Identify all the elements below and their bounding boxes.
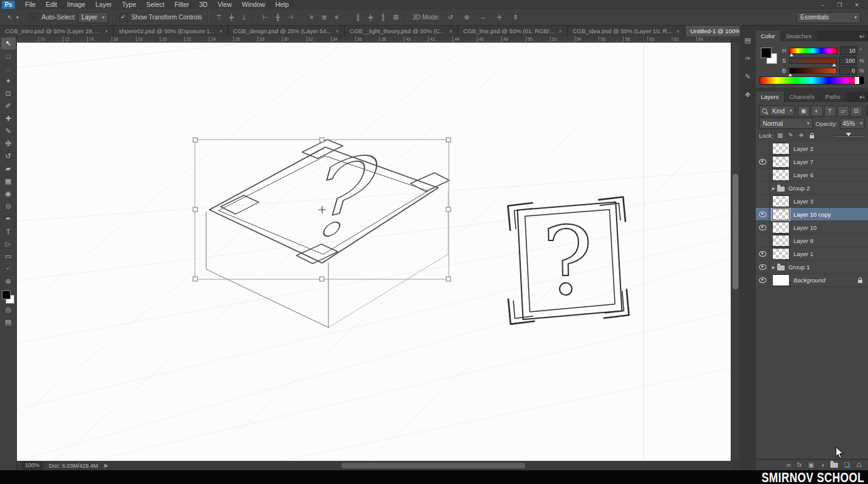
close-button[interactable]: ✕: [854, 2, 859, 8]
styles-panel-icon[interactable]: ❖: [741, 89, 755, 101]
add-layer-mask-icon[interactable]: ▣: [808, 461, 814, 468]
delete-layer-icon[interactable]: ♺: [856, 461, 862, 468]
crop-tool[interactable]: ⊡: [1, 88, 16, 100]
layer-row[interactable]: Background: [756, 274, 868, 287]
status-options-arrow-icon[interactable]: ▶: [105, 463, 108, 468]
tab-layers[interactable]: Layers: [756, 91, 784, 102]
menu-3d[interactable]: 3D: [194, 0, 212, 9]
layer-visibility-toggle[interactable]: [756, 221, 770, 234]
3d-scale-icon[interactable]: ⇕: [511, 13, 521, 23]
auto-align-icon[interactable]: ⊞: [390, 13, 400, 23]
lock-transparent-pixels-icon[interactable]: ▨: [776, 131, 785, 140]
quick-selection-tool[interactable]: ✦: [1, 75, 16, 87]
menu-file[interactable]: File: [20, 0, 41, 9]
layer-row[interactable]: Layer 2: [756, 142, 868, 155]
layer-filter-toggle[interactable]: [866, 106, 867, 116]
show-transform-controls-checkbox[interactable]: [120, 14, 127, 21]
minimize-button[interactable]: –: [821, 2, 824, 8]
distribute-top-edges-icon[interactable]: ≡: [306, 13, 316, 23]
tab-close-button[interactable]: ×: [449, 28, 452, 34]
foreground-color-swatch[interactable]: [2, 291, 11, 299]
layer-thumbnail[interactable]: [772, 274, 790, 286]
layer-thumbnail[interactable]: [772, 169, 790, 181]
menu-window[interactable]: Window: [237, 0, 270, 9]
slider-track-s[interactable]: [789, 58, 837, 64]
gradient-tool[interactable]: ▦: [1, 175, 16, 187]
layer-filter-kind-dropdown[interactable]: Kind ▾: [759, 105, 795, 116]
opacity-slider-handle[interactable]: [846, 133, 851, 136]
tab-close-button[interactable]: ×: [105, 28, 108, 34]
spectrum-black-swatch[interactable]: [859, 77, 864, 84]
align-vertical-centers-icon[interactable]: ╪: [226, 13, 236, 23]
workspace-switcher-dropdown[interactable]: Essentials ▾: [797, 12, 860, 23]
3d-roll-icon[interactable]: ⊚: [462, 13, 472, 23]
menu-filter[interactable]: Filter: [169, 0, 194, 9]
auto-select-checkbox[interactable]: [30, 14, 38, 21]
move-tool[interactable]: ↖: [1, 38, 16, 49]
auto-select-target-dropdown[interactable]: Layer ▾: [78, 12, 108, 23]
healing-brush-tool[interactable]: ✚: [1, 113, 16, 125]
quick-mask-button[interactable]: ◎: [1, 304, 16, 316]
tab-close-button[interactable]: ×: [676, 28, 679, 34]
slider-value[interactable]: 10: [840, 46, 857, 55]
type-tool[interactable]: T: [1, 225, 16, 237]
filter-adjustment-layers-icon[interactable]: ◐: [811, 106, 823, 116]
layer-visibility-toggle[interactable]: [756, 208, 770, 220]
lock-position-icon[interactable]: ✛: [797, 131, 806, 140]
layer-visibility-toggle[interactable]: [756, 155, 770, 168]
lock-all-icon[interactable]: [808, 131, 817, 140]
tab-color[interactable]: Color: [756, 31, 780, 41]
distribute-bottom-edges-icon[interactable]: ≡: [332, 13, 342, 23]
layer-row[interactable]: Layer 6: [756, 168, 868, 182]
align-bottom-edges-icon[interactable]: ⊥: [239, 13, 249, 23]
document-tab[interactable]: CGB__light_theory.psd @ 50% (C...×: [345, 26, 458, 36]
layer-visibility-toggle[interactable]: [756, 260, 770, 273]
lasso-tool[interactable]: ◌: [1, 63, 16, 75]
opacity-slider[interactable]: [834, 131, 865, 139]
tool-presets-panel-icon[interactable]: ✎: [741, 71, 755, 83]
new-group-icon[interactable]: [830, 463, 838, 468]
layer-row[interactable]: Layer 7: [756, 155, 868, 168]
adjustment-layer-icon[interactable]: ◑: [820, 461, 824, 468]
layer-visibility-toggle[interactable]: [756, 168, 770, 181]
brush-presets-panel-icon[interactable]: ✑: [741, 53, 755, 64]
screen-mode-button[interactable]: ▤: [1, 316, 16, 328]
document-tab[interactable]: CGB_intro.psd @ 50% (Layer 29, ...×: [0, 26, 113, 36]
slider-handle[interactable]: [790, 53, 793, 56]
zoom-level-field[interactable]: 100%: [22, 461, 43, 470]
expand-triangle-icon[interactable]: ▶: [772, 186, 775, 190]
vertical-scrollbar[interactable]: [731, 43, 740, 461]
slider-track-b[interactable]: [789, 68, 837, 74]
spectrum-white-swatch[interactable]: [855, 77, 859, 84]
slider-value[interactable]: 0: [839, 66, 857, 75]
menu-view[interactable]: View: [212, 0, 237, 9]
expand-triangle-icon[interactable]: ▶: [772, 265, 775, 269]
document-tab[interactable]: CGB_design.psd @ 25% (Layer 54...×: [228, 26, 345, 36]
layer-thumbnail[interactable]: [772, 143, 790, 155]
layer-thumbnail[interactable]: [772, 222, 790, 234]
tab-swatches[interactable]: Swatches: [781, 31, 817, 41]
layer-row[interactable]: ▶Group 1: [756, 260, 868, 274]
foreground-color-swatch[interactable]: [761, 48, 771, 58]
align-horizontal-centers-icon[interactable]: ╫: [273, 13, 283, 23]
layer-visibility-toggle[interactable]: [756, 142, 770, 155]
3d-drag-icon[interactable]: ⇔: [478, 13, 488, 23]
distribute-vertical-centers-icon[interactable]: ≣: [319, 13, 329, 23]
menu-image[interactable]: Image: [62, 0, 90, 9]
marquee-tool[interactable]: □: [1, 50, 16, 62]
opacity-dropdown[interactable]: 45% ▾: [840, 118, 865, 129]
layer-effects-icon[interactable]: fx: [797, 461, 802, 468]
path-selection-tool[interactable]: ▷: [1, 238, 16, 250]
align-right-edges-icon[interactable]: ⊣: [285, 13, 295, 23]
3d-slide-icon[interactable]: ✛: [494, 13, 505, 23]
slider-value[interactable]: 100: [839, 56, 857, 65]
layer-thumbnail[interactable]: [772, 209, 790, 220]
tab-close-button[interactable]: ×: [219, 28, 222, 34]
document-tab[interactable]: shpere02.psd @ 50% (Exposure 1...×: [113, 26, 228, 36]
document-tab[interactable]: CGB_line.psd @ 50% (01, RGB/...×: [458, 26, 568, 36]
vertical-scrollbar-thumb[interactable]: [733, 174, 738, 289]
eraser-tool[interactable]: ▰: [1, 163, 16, 175]
layer-row[interactable]: Layer 10 copy: [756, 208, 868, 221]
tab-close-button[interactable]: ×: [558, 28, 562, 34]
panel-menu-icon[interactable]: ▾≡: [859, 95, 868, 102]
